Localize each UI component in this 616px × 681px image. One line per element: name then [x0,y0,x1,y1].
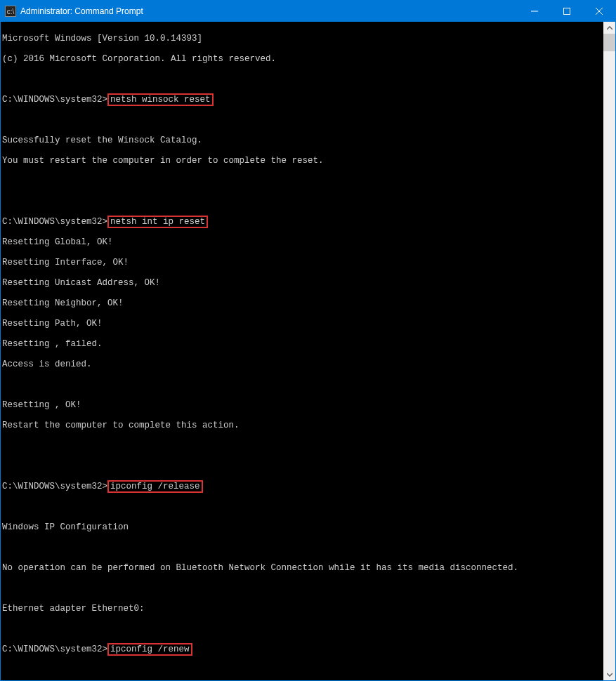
banner-line: Microsoft Windows [Version 10.0.14393] [2,34,601,44]
minimize-button[interactable] [518,1,551,22]
command-highlighted: ipconfig /release [107,480,203,494]
prompt-path: C:\WINDOWS\system32> [2,217,107,227]
titlebar[interactable]: c:\ Administrator: Command Prompt [1,1,615,22]
scroll-thumb[interactable] [603,34,615,51]
blank-line [2,543,601,553]
chevron-down-icon [607,673,612,677]
output-line: Windows IP Configuration [2,522,601,533]
terminal-output[interactable]: Microsoft Windows [Version 10.0.14393] (… [1,22,603,680]
output-line: Resetting Global, OK! [2,237,601,248]
window-controls [518,1,615,22]
blank-line [2,624,601,635]
scroll-up-button[interactable] [603,22,615,34]
prompt-line: C:\WINDOWS\system32>ipconfig /release [2,482,601,492]
output-line: Resetting Path, OK! [2,319,601,329]
maximize-icon [563,8,570,15]
blank-line [2,441,601,451]
maximize-button[interactable] [551,1,583,22]
output-line: Resetting , OK! [2,400,601,411]
minimize-icon [531,8,538,15]
command-highlighted: ipconfig /renew [107,643,192,656]
blank-line [2,380,601,390]
command-highlighted: netsh winsock reset [107,93,214,107]
prompt-path: C:\WINDOWS\system32> [2,482,107,491]
blank-line [2,461,601,472]
vertical-scrollbar[interactable] [603,22,615,680]
content-area: Microsoft Windows [Version 10.0.14393] (… [1,22,615,680]
output-line: Resetting , failed. [2,339,601,350]
output-line: Restart the computer to complete this ac… [2,421,601,431]
prompt-line: C:\WINDOWS\system32>netsh winsock reset [2,95,601,105]
cmd-icon: c:\ [5,6,16,17]
output-line: Ethernet adapter Ethernet0: [2,604,601,614]
svg-rect-1 [564,8,570,15]
blank-line [2,197,601,207]
command-prompt-window: c:\ Administrator: Command Prompt Micros… [0,0,616,681]
output-line: Resetting Interface, OK! [2,258,601,268]
prompt-line: C:\WINDOWS\system32>netsh int ip reset [2,217,601,227]
command-highlighted: netsh int ip reset [107,216,208,229]
blank-line [2,665,601,675]
blank-line [2,74,601,85]
output-line: Resetting Neighbor, OK! [2,298,601,309]
prompt-path: C:\WINDOWS\system32> [2,644,107,654]
close-icon [596,8,603,15]
close-button[interactable] [583,1,615,22]
prompt-line: C:\WINDOWS\system32>ipconfig /renew [2,644,601,655]
output-line: Sucessfully reset the Winsock Catalog. [2,135,601,146]
output-line: Resetting Unicast Address, OK! [2,278,601,289]
blank-line [2,583,601,594]
window-title: Administrator: Command Prompt [20,6,518,16]
output-line: No operation can be performed on Bluetoo… [2,563,601,574]
blank-line [2,115,601,126]
blank-line [2,176,601,187]
blank-line [2,502,601,513]
output-line: You must restart the computer in order t… [2,156,601,166]
chevron-up-icon [607,26,612,30]
scroll-down-button[interactable] [603,668,615,680]
output-line: Access is denied. [2,359,601,370]
banner-line: (c) 2016 Microsoft Corporation. All righ… [2,54,601,65]
prompt-path: C:\WINDOWS\system32> [2,95,107,105]
